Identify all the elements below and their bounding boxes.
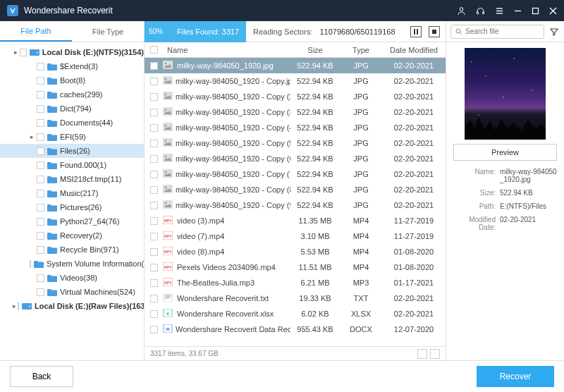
list-view-button[interactable] <box>430 349 440 359</box>
tree-node-0[interactable]: ▸Local Disk (E:)(NTFS)(3154) <box>0 45 144 59</box>
col-name[interactable]: Name <box>163 46 290 54</box>
file-row[interactable]: milky-way-984050_1920 - Copy (6).jpg522.… <box>145 151 446 166</box>
file-row[interactable]: milky-way-984050_1920 - Copy (5).jpg522.… <box>145 135 446 151</box>
file-checkbox[interactable] <box>150 124 158 132</box>
file-row[interactable]: milky-way-984050_1920 - Copy (2).jpg522.… <box>145 89 446 104</box>
tree-node-10[interactable]: Music(217) <box>0 186 144 200</box>
file-row[interactable]: milky-way-984050_1920 - Copy.jpg522.94 K… <box>145 73 446 89</box>
tree-checkbox[interactable] <box>37 63 44 71</box>
user-icon[interactable] <box>457 6 466 16</box>
tree-node-17[interactable]: Virtual Machines(524) <box>0 285 144 299</box>
col-date[interactable]: Date Modified <box>382 46 446 54</box>
file-checkbox[interactable] <box>150 310 158 318</box>
tree-checkbox[interactable] <box>37 204 44 212</box>
col-size[interactable]: Size <box>290 46 340 54</box>
file-checkbox[interactable] <box>150 171 158 178</box>
tree-node-13[interactable]: Recovery(2) <box>0 228 144 243</box>
file-checkbox[interactable] <box>150 264 158 271</box>
tree-node-14[interactable]: Recycle Bin(971) <box>0 243 144 257</box>
tree-checkbox[interactable] <box>37 246 44 254</box>
file-checkbox[interactable] <box>150 93 158 101</box>
file-row[interactable]: MP4Pexels Videos 2034096.mp411.51 MBMP40… <box>145 259 446 275</box>
tree-checkbox[interactable] <box>37 161 44 169</box>
tree-checkbox[interactable] <box>37 105 44 113</box>
file-row[interactable]: milky-way-984050_1920 - Copy (8).jpg522.… <box>145 182 446 197</box>
file-row[interactable]: MP4video (7).mp43.10 MBMP411-27-2019 <box>145 228 446 244</box>
tree-node-12[interactable]: Python27_64(76) <box>0 214 144 228</box>
tree-node-2[interactable]: Boot(8) <box>0 73 144 87</box>
close-icon[interactable] <box>549 7 557 15</box>
tree-node-18[interactable]: ▸Local Disk (E:)(Raw Files)(163) <box>0 299 144 313</box>
tree-checkbox[interactable] <box>37 232 44 240</box>
file-checkbox[interactable] <box>150 109 158 116</box>
tree-checkbox[interactable] <box>30 260 31 268</box>
stop-scan-button[interactable] <box>429 26 440 37</box>
tree-node-5[interactable]: Documents(44) <box>0 116 144 130</box>
file-row[interactable]: MP4video (3).mp411.35 MBMP411-27-2019 <box>145 213 446 228</box>
tree-node-16[interactable]: Videos(38) <box>0 271 144 285</box>
file-checkbox[interactable] <box>150 140 158 147</box>
file-checkbox[interactable] <box>150 217 158 225</box>
file-row[interactable]: XWondershare Recoverit.xlsx6.02 KBXLSX02… <box>145 306 446 321</box>
file-checkbox[interactable] <box>150 279 158 287</box>
col-type[interactable]: Type <box>340 46 382 54</box>
sidebar-tab-0[interactable]: File Path <box>0 21 72 42</box>
tree-checkbox[interactable] <box>37 77 44 85</box>
file-checkbox[interactable] <box>150 155 158 163</box>
file-checkbox[interactable] <box>150 248 158 256</box>
tree-checkbox[interactable] <box>37 133 44 141</box>
tree-node-1[interactable]: $Extend(3) <box>0 59 144 73</box>
tree-checkbox[interactable] <box>37 218 44 226</box>
file-checkbox[interactable] <box>150 233 158 240</box>
file-row[interactable]: milky-way-984050_1920 - Copy (3).jpg522.… <box>145 104 446 120</box>
back-button[interactable]: Back <box>10 366 73 387</box>
file-row[interactable]: milky-way-984050_1920 - Copy (9).jpg522.… <box>145 197 446 213</box>
tree-node-7[interactable]: Files(26) <box>0 144 144 158</box>
menu-icon[interactable] <box>495 6 504 16</box>
tree-checkbox[interactable] <box>37 119 44 127</box>
tree-node-15[interactable]: System Volume Information(50) <box>0 257 144 271</box>
tree-checkbox[interactable] <box>37 274 44 282</box>
tree-checkbox[interactable] <box>37 147 44 155</box>
pause-scan-button[interactable] <box>410 26 422 37</box>
file-checkbox[interactable] <box>150 62 158 70</box>
file-row[interactable]: milky-way-984050_1920 - Copy (4).jpg522.… <box>145 120 446 135</box>
tree-checkbox[interactable] <box>37 190 44 197</box>
sidebar-tab-1[interactable]: File Type <box>72 21 144 42</box>
recover-button[interactable]: Recover <box>477 366 554 387</box>
tree-node-11[interactable]: Pictures(26) <box>0 200 144 214</box>
disclosure-icon[interactable]: ▸ <box>28 133 35 140</box>
minimize-icon[interactable] <box>514 7 522 15</box>
tree-node-3[interactable]: caches(299) <box>0 87 144 102</box>
file-row[interactable]: MP3The-Beatles-Julia.mp36.21 MBMP301-17-… <box>145 275 446 290</box>
preview-button[interactable]: Preview <box>453 144 557 161</box>
file-checkbox[interactable] <box>150 326 158 333</box>
disclosure-icon[interactable]: ▸ <box>13 302 16 310</box>
tree-node-8[interactable]: Found.000(1) <box>0 158 144 172</box>
file-checkbox[interactable] <box>150 78 158 85</box>
file-row[interactable]: MP4video (8).mp45.53 MBMP401-08-2020 <box>145 244 446 259</box>
file-checkbox[interactable] <box>150 202 158 209</box>
filter-button[interactable] <box>548 26 560 37</box>
tree-node-6[interactable]: ▸EFI(59) <box>0 130 144 144</box>
select-all-checkbox[interactable] <box>150 46 158 54</box>
file-row[interactable]: Wondershare Recoverit.txt19.33 KBTXT02-2… <box>145 290 446 306</box>
search-input[interactable] <box>465 27 539 35</box>
file-row[interactable]: milky-way-984050_1920.jpg522.94 KBJPG02-… <box>145 58 446 73</box>
file-row[interactable]: milky-way-984050_1920 - Copy (7).jpg522.… <box>145 166 446 182</box>
headphones-icon[interactable] <box>476 6 485 16</box>
tree-checkbox[interactable] <box>18 302 19 310</box>
grid-view-button[interactable] <box>417 349 427 359</box>
search-box[interactable] <box>450 25 544 39</box>
file-checkbox[interactable] <box>150 295 158 302</box>
tree-node-4[interactable]: Dict(794) <box>0 102 144 116</box>
file-checkbox[interactable] <box>150 186 158 194</box>
tree-checkbox[interactable] <box>37 288 44 296</box>
tree-checkbox[interactable] <box>37 176 44 183</box>
tree-checkbox[interactable] <box>37 91 44 99</box>
file-row[interactable]: WWondershare Recoverit Data Recovery ...… <box>145 321 446 337</box>
disclosure-icon[interactable]: ▸ <box>13 49 18 56</box>
tree-checkbox[interactable] <box>20 49 26 56</box>
maximize-icon[interactable] <box>532 7 539 15</box>
tree-node-9[interactable]: MSI218cf.tmp(11) <box>0 172 144 186</box>
